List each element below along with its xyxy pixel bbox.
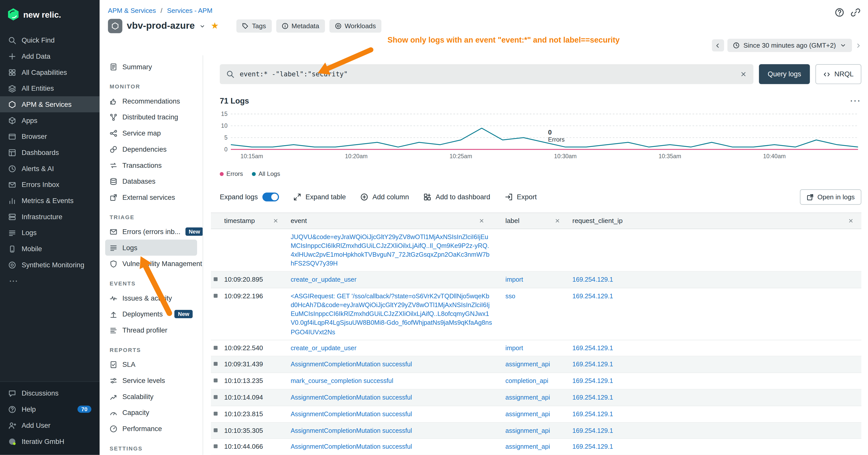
label-link[interactable]: assignment_api: [505, 444, 550, 450]
entity-switcher-chevron-icon[interactable]: [199, 23, 205, 29]
subnav-item-logs[interactable]: Logs: [105, 239, 197, 256]
remove-column-label-icon[interactable]: [555, 218, 560, 224]
add-to-dashboard-button[interactable]: Add to dashboard: [424, 193, 490, 201]
subnav-item-databases[interactable]: Databases: [105, 173, 197, 189]
subnav-item-errors-errors-inb[interactable]: Errors (errors inb...New: [105, 224, 197, 239]
subnav-item-summary[interactable]: Summary: [105, 59, 197, 75]
subnav-item-service-levels[interactable]: Service levels: [105, 372, 197, 389]
ip-link[interactable]: 169.254.129.1: [572, 444, 613, 450]
nrql-button[interactable]: NRQL: [815, 64, 862, 84]
subnav-item-capacity[interactable]: Capacity: [105, 404, 197, 421]
event-link[interactable]: create_or_update_user: [290, 345, 356, 351]
table-row[interactable]: 10:09:22.540create_or_update_userimport1…: [211, 340, 862, 357]
sidebar-item-quick-find[interactable]: Quick Find: [0, 32, 99, 48]
subnav-item-distributed-tracing[interactable]: Distributed tracing: [105, 109, 197, 125]
expand-logs-switch-icon[interactable]: [262, 193, 279, 201]
query-logs-button[interactable]: Query logs: [759, 64, 810, 84]
expand-table-button[interactable]: Expand table: [293, 193, 346, 201]
time-picker[interactable]: Since 30 minutes ago (GMT+2): [727, 39, 852, 52]
subnav-item-scalability[interactable]: Scalability: [105, 389, 197, 404]
ip-link[interactable]: 169.254.129.1: [572, 427, 613, 433]
event-link[interactable]: AssignmentCompletionMutation successful: [290, 361, 412, 367]
subnav-item-performance[interactable]: Performance: [105, 421, 197, 436]
remove-column-request-client-ip-icon[interactable]: [848, 218, 854, 224]
clear-query-icon[interactable]: [740, 71, 746, 77]
table-row[interactable]: 10:09:22.196<ASGIRequest: GET '/sso/call…: [211, 289, 862, 340]
event-link[interactable]: AssignmentCompletionMutation successful: [290, 394, 412, 400]
breadcrumb-link-services-apm[interactable]: Services - APM: [167, 6, 213, 14]
sidebar-item-synthetic-monitoring[interactable]: Synthetic Monitoring: [0, 257, 99, 273]
sidebar-item-metrics-events[interactable]: Metrics & Events: [0, 193, 99, 208]
sidebar-item-alerts-ai[interactable]: Alerts & AI: [0, 161, 99, 176]
label-link[interactable]: import: [505, 345, 523, 351]
table-row[interactable]: 10:10:14.094AssignmentCompletionMutation…: [211, 390, 862, 406]
column-header-request-client-ip[interactable]: request_client_ip: [568, 213, 862, 229]
ip-link[interactable]: 169.254.129.1: [572, 394, 613, 400]
ip-link[interactable]: 169.254.129.1: [572, 411, 613, 417]
table-row[interactable]: 10:09:31.439AssignmentCompletionMutation…: [211, 357, 862, 373]
ip-link[interactable]: 169.254.129.1: [572, 277, 613, 283]
event-link[interactable]: AssignmentCompletionMutation successful: [290, 427, 412, 433]
time-back-button[interactable]: [712, 39, 724, 52]
legend-all-logs[interactable]: All Logs: [252, 170, 280, 177]
table-row[interactable]: 10:10:44.066AssignmentCompletionMutation…: [211, 439, 862, 455]
table-row[interactable]: 10:10:23.815AssignmentCompletionMutation…: [211, 406, 862, 422]
log-query-bar[interactable]: [220, 64, 753, 84]
breadcrumb-link-apm-services[interactable]: APM & Services: [108, 6, 156, 14]
table-row[interactable]: 10:09:20.895create_or_update_userimport1…: [211, 272, 862, 288]
add-column-button[interactable]: Add column: [360, 193, 409, 201]
subnav-item-thread-profiler[interactable]: Thread profiler: [105, 322, 197, 338]
sidebar-item-all-entities[interactable]: All Entities: [0, 80, 99, 96]
table-row[interactable]: JUQVU&code=eyJraWQiOiJjcGltY29yZV8wOTl1M…: [211, 229, 862, 272]
remove-column-timestamp-icon[interactable]: [273, 218, 279, 224]
event-link[interactable]: AssignmentCompletionMutation successful: [290, 411, 412, 417]
label-link[interactable]: assignment_api: [505, 411, 550, 417]
sidebar-item-apm-services[interactable]: APM & Services: [0, 96, 99, 112]
label-link[interactable]: assignment_api: [505, 361, 550, 367]
sidebar-footer-item-discussions[interactable]: Discussions: [0, 385, 99, 401]
event-link[interactable]: AssignmentCompletionMutation successful: [290, 444, 412, 450]
subnav-item-sla[interactable]: SLA: [105, 357, 197, 372]
permalink-icon[interactable]: [851, 8, 860, 17]
column-header-label[interactable]: label: [501, 213, 568, 229]
table-row[interactable]: 10:10:35.305AssignmentCompletionMutation…: [211, 422, 862, 439]
subnav-item-dependencies[interactable]: Dependencies: [105, 141, 197, 157]
pill-metadata[interactable]: Metadata: [276, 20, 324, 33]
export-button[interactable]: Export: [504, 193, 537, 201]
label-link[interactable]: completion_api: [505, 378, 548, 384]
subnav-item-deployments[interactable]: DeploymentsNew: [105, 306, 197, 322]
label-link[interactable]: assignment_api: [505, 427, 550, 433]
new-relic-logo[interactable]: new relic.: [0, 0, 99, 29]
sidebar-item-browser[interactable]: Browser: [0, 129, 99, 144]
sidebar-item-errors-inbox[interactable]: Errors Inbox: [0, 176, 99, 193]
ip-link[interactable]: 169.254.129.1: [572, 378, 613, 384]
time-forward-button[interactable]: [855, 42, 861, 48]
help-icon[interactable]: [835, 8, 844, 17]
event-link[interactable]: create_or_update_user: [290, 277, 356, 283]
log-query-input[interactable]: [239, 70, 736, 78]
sidebar-item-add-data[interactable]: Add Data: [0, 48, 99, 64]
subnav-item-vulnerability-management[interactable]: Vulnerability Management: [105, 256, 197, 272]
subnav-item-transactions[interactable]: Transactions: [105, 157, 197, 173]
subnav-item-recommendations[interactable]: Recommendations: [105, 93, 197, 109]
expand-logs-toggle[interactable]: Expand logs: [220, 193, 279, 201]
subnav-item-service-map[interactable]: Service map: [105, 125, 197, 141]
column-header-event[interactable]: event: [286, 213, 501, 229]
label-link[interactable]: assignment_api: [505, 394, 550, 400]
column-header-timestamp[interactable]: timestamp: [220, 213, 286, 229]
label-link[interactable]: sso: [505, 293, 515, 299]
panel-menu-button[interactable]: ···: [850, 96, 862, 105]
subnav-item-issues-activity[interactable]: Issues & activity: [105, 290, 197, 306]
sidebar-item-apps[interactable]: Apps: [0, 112, 99, 129]
event-link[interactable]: <ASGIRequest: GET '/sso/callback/?state=…: [290, 293, 492, 335]
event-link[interactable]: JUQVU&code=eyJraWQiOiJjcGltY29yZV8wOTl1M…: [290, 233, 490, 267]
sidebar-footer-item-help[interactable]: Help70: [0, 401, 99, 417]
sidebar-item-mobile[interactable]: Mobile: [0, 240, 99, 257]
label-link[interactable]: import: [505, 277, 523, 283]
legend-errors[interactable]: Errors: [220, 170, 243, 177]
open-in-logs-button[interactable]: Open in logs: [800, 189, 862, 205]
sidebar-more-button[interactable]: ···: [0, 273, 99, 289]
pill-tags[interactable]: Tags: [237, 20, 272, 33]
favorite-star-icon[interactable]: ★: [211, 22, 219, 31]
sidebar-footer-item-iterativ-gmbh[interactable]: Iterativ GmbH: [0, 433, 99, 450]
